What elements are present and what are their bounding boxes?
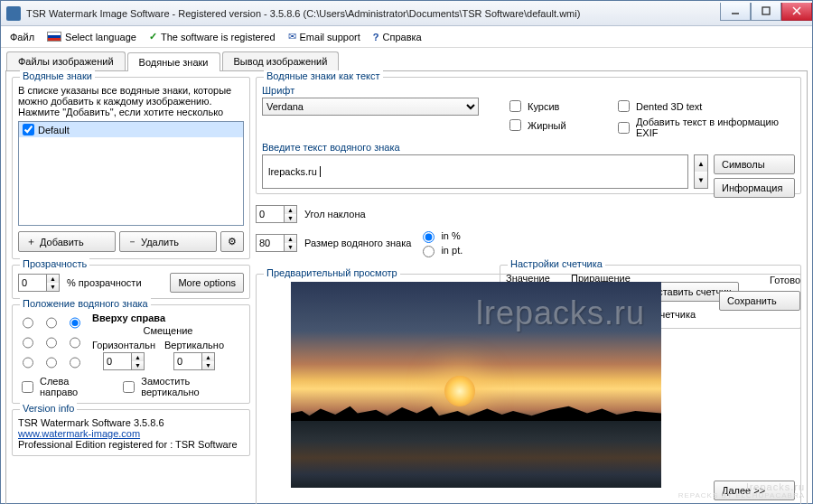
menubar: Файл Select language ✓The software is re… (1, 26, 812, 48)
list-item-check[interactable] (23, 124, 34, 135)
save-preview-button[interactable]: Сохранить (719, 291, 800, 311)
plus-icon: ＋ (26, 235, 36, 248)
text-scrollbar[interactable]: ▲▼ (694, 154, 708, 189)
list-item[interactable]: Default (19, 122, 243, 137)
transparency-group: Прозрачность ▲▼ % прозрачности More opti… (12, 265, 250, 299)
svg-rect-1 (762, 7, 770, 14)
italic-checkbox[interactable]: Курсив (506, 98, 587, 115)
position-grid[interactable] (18, 313, 83, 370)
titlebar: TSR Watermark Image Software - Registere… (1, 1, 812, 26)
menu-language[interactable]: Select language (47, 32, 136, 42)
settings-button[interactable]: ⚙ (220, 231, 244, 252)
window-title: TSR Watermark Image Software - Registere… (26, 8, 720, 19)
flag-icon (47, 32, 61, 42)
watermarks-group: Водяные знаки В списке указаны все водян… (12, 77, 250, 259)
info-button[interactable]: Информация (714, 178, 795, 198)
watermark-text-input[interactable]: lrepacks.ru (262, 154, 688, 189)
tab-watermarks[interactable]: Водяные знаки (127, 52, 220, 71)
bold-checkbox[interactable]: Жирный (506, 117, 587, 134)
angle-spin[interactable]: ▲▼ (256, 205, 297, 223)
gear-icon: ⚙ (228, 236, 237, 247)
tab-output[interactable]: Вывод изображений (222, 51, 340, 70)
minimize-button[interactable] (720, 3, 751, 21)
menu-email[interactable]: ✉Email support (288, 31, 360, 42)
text-watermark-group: Водяные знаки как текст Шрифт Verdana Ку… (256, 77, 801, 194)
watermark-list[interactable]: Default (18, 121, 244, 226)
position-current: Вверху справа (92, 313, 165, 323)
minus-icon: － (127, 235, 137, 248)
transparency-spin[interactable]: ▲▼ (18, 274, 60, 292)
exif-checkbox[interactable]: Добавить текст в информацию EXIF (614, 117, 795, 138)
brand-watermark: lrepacks.ruREPACKS BY ELCHUPACABRA (678, 480, 805, 499)
tabstrip: Файлы изображений Водяные знаки Вывод из… (1, 48, 812, 70)
menu-registered[interactable]: ✓The software is registered (149, 31, 276, 42)
size-spin[interactable]: ▲▼ (256, 234, 297, 252)
ltr-checkbox[interactable]: Слева направо (18, 376, 105, 397)
check-icon: ✓ (149, 31, 157, 42)
maximize-button[interactable] (751, 3, 781, 21)
dented-checkbox[interactable]: Dented 3D text (614, 98, 795, 115)
menu-help[interactable]: ?Справка (373, 32, 422, 42)
position-group: Положение водяного знака Вверху справа С… (12, 304, 250, 404)
font-select[interactable]: Verdana (262, 98, 479, 116)
offset-v-spin[interactable]: ▲▼ (173, 352, 215, 370)
size-pt-radio[interactable]: in pt. (418, 243, 463, 257)
app-icon (6, 6, 21, 21)
mail-icon: ✉ (288, 31, 296, 42)
menu-file[interactable]: Файл (10, 32, 34, 42)
tile-checkbox[interactable]: Замостить вертикально (119, 376, 244, 397)
offset-h-spin[interactable]: ▲▼ (103, 352, 145, 370)
size-pct-radio[interactable]: in % (418, 229, 463, 243)
preview-image: lrepacks.ru (291, 282, 661, 488)
symbols-button[interactable]: Символы (714, 154, 795, 174)
preview-status: Готово (770, 275, 800, 285)
website-link[interactable]: www.watermark-image.com (18, 428, 140, 439)
preview-group: Предварительный просмотр lrepacks.ru Гот… (256, 274, 801, 504)
tab-files[interactable]: Файлы изображений (6, 51, 126, 70)
add-button[interactable]: ＋Добавить (18, 231, 116, 252)
delete-button[interactable]: －Удалить (119, 231, 217, 252)
watermark-overlay: lrepacks.ru (476, 294, 645, 332)
wm-desc: В списке указаны все водяные знаки, кото… (18, 85, 244, 117)
version-group: Version info TSR Watermark Software 3.5.… (12, 409, 250, 456)
more-options-button[interactable]: More options (170, 273, 244, 293)
help-icon: ? (373, 32, 379, 42)
close-button[interactable] (781, 3, 812, 21)
